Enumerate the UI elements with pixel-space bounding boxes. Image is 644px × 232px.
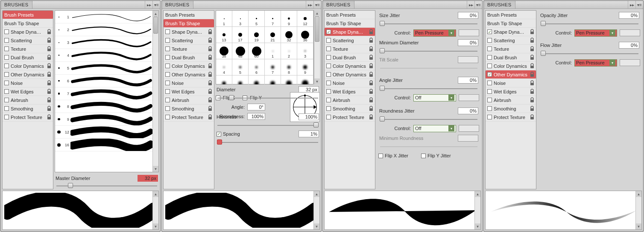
sidebar-option-scattering[interactable]: Scattering (164, 36, 214, 45)
lock-icon[interactable] (529, 38, 535, 44)
sidebar-option-other-dynamics[interactable]: Other Dynamics (3, 70, 53, 79)
option-checkbox[interactable] (165, 115, 170, 119)
lock-icon[interactable] (368, 97, 374, 103)
lock-icon[interactable] (207, 29, 213, 35)
sidebar-option-shape-dynamics[interactable]: Shape Dynamics (3, 28, 53, 36)
panel-menu-icon[interactable]: ▾≡ (152, 1, 160, 9)
lock-icon[interactable] (207, 63, 213, 69)
option-checkbox[interactable] (487, 81, 492, 85)
sidebar-brush-tip-shape[interactable]: Brush Tip Shape (164, 19, 214, 28)
brush-stroke-row[interactable]: 3 (55, 36, 152, 49)
sidebar-option-noise[interactable]: Noise (486, 79, 536, 87)
size-jitter-slider[interactable] (380, 20, 477, 27)
lock-icon[interactable] (368, 106, 374, 112)
sidebar-option-color-dynamics[interactable]: Color Dynamics (325, 62, 375, 70)
roundness-jitter-value[interactable]: 0% (458, 107, 478, 114)
sidebar-option-airbrush[interactable]: Airbrush (486, 96, 536, 104)
sidebar-option-shape-dynamics[interactable]: Shape Dynamics (325, 28, 375, 36)
scrollbar[interactable]: ▲ ▼ (152, 11, 158, 172)
option-checkbox[interactable] (326, 89, 331, 94)
sidebar-option-other-dynamics[interactable]: Other Dynamics (486, 70, 536, 79)
collapse-icon[interactable]: ▸▸ (628, 1, 635, 9)
collapse-icon[interactable]: ▸▸ (306, 1, 313, 9)
panel-menu-icon[interactable]: ▾≡ (313, 1, 321, 9)
brush-stroke-row[interactable]: 6 (55, 75, 152, 87)
brush-tip-cell[interactable]: 9 (297, 59, 313, 75)
brush-tip-cell[interactable]: 7 (265, 59, 281, 75)
sidebar-option-scattering[interactable]: Scattering (486, 36, 536, 45)
sidebar-option-other-dynamics[interactable]: Other Dynamics (325, 70, 375, 79)
option-checkbox[interactable] (165, 89, 170, 94)
lock-icon[interactable] (529, 106, 535, 112)
lock-icon[interactable] (368, 80, 374, 86)
sidebar-option-wet-edges[interactable]: Wet Edges (164, 87, 214, 96)
flow-jitter-value[interactable]: 0% (619, 42, 639, 49)
angle-jitter-value[interactable]: 0% (458, 77, 478, 84)
min-diameter-value[interactable]: 0% (458, 39, 478, 46)
lock-icon[interactable] (368, 38, 374, 44)
brush-tip-cell[interactable]: 8 (281, 59, 297, 75)
sidebar-brush-tip-shape[interactable]: Brush Tip Shape (486, 19, 536, 28)
panel-menu-icon[interactable]: ▾≡ (474, 1, 482, 9)
brush-tip-cell[interactable]: 17 (232, 27, 249, 43)
hardness-slider[interactable] (217, 122, 318, 129)
brush-tip-cell[interactable]: 48 (232, 43, 249, 59)
brush-tip-cell[interactable]: 19 (249, 27, 265, 43)
brush-tip-cell[interactable]: 5 (232, 59, 249, 75)
roundness-jitter-slider[interactable] (380, 116, 477, 123)
option-checkbox[interactable] (326, 29, 331, 34)
sidebar-option-other-dynamics[interactable]: Other Dynamics (164, 70, 214, 79)
sidebar-option-protect-texture[interactable]: Protect Texture (3, 113, 53, 122)
lock-icon[interactable] (368, 114, 374, 120)
panel-tab[interactable]: BRUSHES (162, 1, 193, 9)
option-checkbox[interactable] (4, 89, 9, 94)
hardness-value[interactable]: 100% (299, 113, 319, 120)
option-checkbox[interactable] (4, 72, 9, 77)
sidebar-option-smoothing[interactable]: Smoothing (325, 104, 375, 113)
opacity-jitter-slider[interactable] (541, 20, 638, 27)
roundness-jitter-control-dropdown[interactable]: Off▾ (413, 125, 456, 132)
spacing-slider[interactable] (217, 139, 318, 146)
brush-tip-cell[interactable]: 11 (232, 75, 249, 84)
sidebar-option-smoothing[interactable]: Smoothing (3, 104, 53, 113)
sidebar-option-shape-dynamics[interactable]: Shape Dynamics (486, 28, 536, 36)
brush-tip-cell[interactable]: 3 (297, 43, 313, 59)
flow-control-dropdown[interactable]: Pen Pressure▾ (574, 59, 617, 67)
flip-y-jitter-checkbox[interactable] (421, 154, 426, 158)
lock-icon[interactable] (529, 63, 535, 69)
lock-icon[interactable] (46, 89, 52, 95)
scroll-down-icon[interactable]: ▼ (153, 166, 158, 172)
sidebar-option-airbrush[interactable]: Airbrush (325, 96, 375, 104)
brush-stroke-row[interactable]: 4 (55, 49, 152, 62)
sidebar-option-texture[interactable]: Texture (486, 45, 536, 53)
brush-stroke-row[interactable]: 7 (55, 87, 152, 100)
sidebar-option-smoothing[interactable]: Smoothing (486, 104, 536, 113)
sidebar-option-protect-texture[interactable]: Protect Texture (164, 113, 214, 122)
brush-tip-cell[interactable]: 6 (249, 59, 265, 75)
option-checkbox[interactable] (487, 55, 492, 60)
brush-stroke-row[interactable]: 5 (55, 62, 152, 75)
sidebar-option-protect-texture[interactable]: Protect Texture (325, 113, 375, 122)
collapse-icon[interactable]: ▸▸ (145, 1, 152, 9)
lock-icon[interactable] (529, 80, 535, 86)
option-checkbox[interactable] (4, 98, 9, 102)
flip-x-jitter-checkbox[interactable] (378, 154, 383, 158)
size-jitter-value[interactable]: 0% (458, 12, 478, 19)
lock-icon[interactable] (46, 55, 52, 61)
lock-icon[interactable] (207, 80, 213, 86)
brush-stroke-row[interactable]: 9 (55, 113, 152, 126)
lock-icon[interactable] (207, 55, 213, 61)
sidebar-brush-presets[interactable]: Brush Presets (164, 11, 214, 19)
option-checkbox[interactable] (165, 106, 170, 111)
sidebar-brush-presets[interactable]: Brush Presets (486, 11, 536, 19)
lock-icon[interactable] (207, 114, 213, 120)
sidebar-option-airbrush[interactable]: Airbrush (164, 96, 214, 104)
sidebar-option-shape-dynamics[interactable]: Shape Dynamics (164, 28, 214, 36)
option-checkbox[interactable] (165, 72, 170, 77)
sidebar-option-protect-texture[interactable]: Protect Texture (486, 113, 536, 122)
sidebar-option-dual-brush[interactable]: Dual Brush (486, 53, 536, 62)
flow-jitter-slider[interactable] (541, 50, 638, 57)
option-checkbox[interactable] (165, 81, 170, 85)
lock-icon[interactable] (46, 38, 52, 44)
option-checkbox[interactable] (487, 106, 492, 111)
